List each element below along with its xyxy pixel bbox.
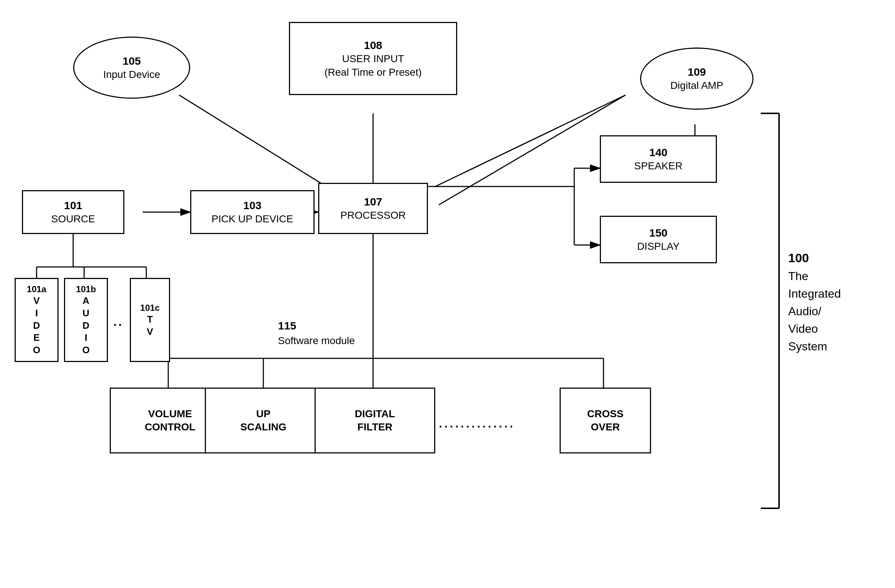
svg-line-13 [179, 95, 344, 197]
diagram: 105 Input Device 108 USER INPUT (Real Ti… [0, 0, 895, 588]
node-109: 109 Digital AMP [640, 47, 754, 110]
node-cross-over: CROSS OVER [560, 388, 651, 453]
svg-line-11 [435, 95, 625, 186]
node-up-scaling: UP SCALING [205, 388, 322, 453]
dots-101bc: .. [114, 314, 123, 329]
svg-line-28 [439, 95, 625, 205]
dots-modules: .............. [439, 417, 515, 430]
node-140: 140 SPEAKER [600, 135, 717, 183]
node-108: 108 USER INPUT (Real Time or Preset) [289, 22, 457, 95]
node-digital-filter: DIGITAL FILTER [314, 388, 435, 453]
node-101b: 101b A U D I O [64, 278, 108, 362]
label-115: 115 Software module [278, 318, 355, 348]
system-100-label: 100 TheIntegratedAudio/VideoSystem [788, 249, 841, 355]
node-101: 101 SOURCE [22, 190, 124, 234]
node-101c: 101c T V [130, 278, 170, 362]
node-101a: 101a V I D E O [15, 278, 59, 362]
node-105: 105 Input Device [73, 36, 190, 99]
node-107: 107 PROCESSOR [318, 183, 428, 234]
node-150: 150 DISPLAY [600, 216, 717, 263]
node-103: 103 PICK UP DEVICE [190, 190, 314, 234]
